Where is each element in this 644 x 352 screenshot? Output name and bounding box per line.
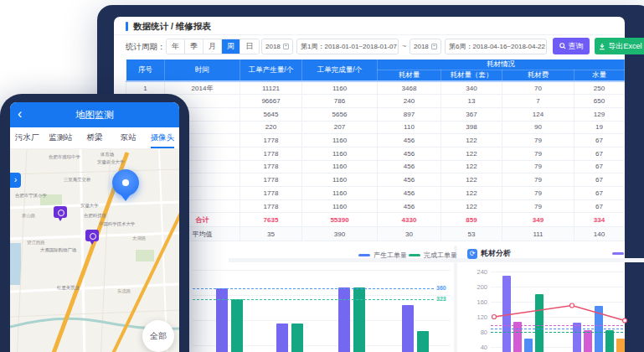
period-option-日[interactable]: 日 (240, 39, 259, 54)
table-cell: 140 (574, 227, 625, 241)
search-button[interactable]: 查询 (553, 38, 590, 54)
table-cell: 67 (574, 160, 625, 173)
calendar-icon (431, 44, 437, 49)
bar-完成工单量 (231, 299, 243, 352)
table-cell: 122 (441, 187, 502, 200)
breadcrumb-accent-bar (126, 22, 128, 31)
right-chart-legend-marker (612, 252, 624, 255)
table-cell: 11121 (240, 81, 302, 95)
table-cell: 122 (441, 147, 502, 160)
annotation-value: 323 (436, 296, 446, 302)
table-cell: 1778 (240, 147, 302, 160)
map-view[interactable]: 体育场安徽农业大学合肥市琥珀中学三里庵立交桥合肥市宁溪小学安徽大学合肥科技馆中国… (10, 149, 179, 352)
table-cell: 4330 (378, 213, 441, 227)
phone-tab-桥梁[interactable]: 桥梁 (78, 127, 111, 148)
phone-title: 地图监测 (10, 109, 179, 122)
table-average-row: 平均值353903053111140 (126, 227, 625, 241)
period-option-年[interactable]: 年 (167, 39, 185, 54)
table-cell: 1778 (240, 160, 302, 173)
period-option-季[interactable]: 季 (185, 39, 204, 54)
map-label: 东流路 (117, 288, 131, 295)
col-header-consumable-sets: 耗材量（套） (441, 70, 502, 82)
table-cell: 650 (574, 95, 625, 108)
col-header-water: 水量 (574, 70, 625, 82)
table-cell: 1160 (302, 187, 378, 200)
table-cell: 456 (378, 187, 441, 200)
phone-tab-监测站[interactable]: 监测站 (44, 127, 77, 148)
week-start-input[interactable]: 第1周：2018-01-01~2018-01-07 (296, 39, 399, 54)
consumable-bar (524, 339, 533, 352)
map-label: 体育场 (100, 152, 114, 158)
map-label: 安徽农业大学 (97, 159, 124, 166)
year-end-select[interactable]: 2018 (410, 39, 441, 54)
y-axis-tick: 120 (471, 313, 487, 321)
consumable-bar (535, 294, 544, 352)
table-cell: 250 (574, 81, 625, 95)
map-all-button[interactable]: 全部 (142, 320, 174, 352)
table-cell: 2014年 (165, 81, 240, 95)
camera-pin[interactable] (85, 230, 99, 241)
y-axis-tick: 240 (471, 268, 487, 276)
annotation-value: 360 (436, 285, 446, 291)
legend-label-completed: 完成工单量 (424, 251, 457, 260)
map-expander-button[interactable]: › (10, 173, 21, 188)
bar-产生工单量 (402, 305, 414, 352)
phone-tab-泵站[interactable]: 泵站 (111, 127, 145, 148)
table-cell: 5656 (302, 107, 378, 121)
search-icon (559, 43, 566, 49)
period-option-月[interactable]: 月 (204, 39, 222, 54)
col-header-index: 序号 (126, 60, 165, 82)
map-label: 合肥市宁溪小学 (15, 193, 47, 199)
col-header-completed: 工单完成量/个 (302, 60, 378, 82)
year-start-value: 2018 (265, 43, 281, 50)
table-cell: 367 (441, 107, 502, 121)
map-label: 合肥市琥珀中学 (49, 154, 80, 161)
table-row: 10177811604561227967 (126, 199, 625, 213)
selected-location-pin[interactable] (112, 169, 139, 196)
right-chart-title: 耗材分析 (481, 248, 511, 259)
table-cell: 207 (302, 121, 378, 134)
right-chart-header: ⟳ 耗材分析 (467, 248, 511, 259)
bar-完成工单量 (291, 324, 303, 352)
table-row: 356455656897367124129 (126, 107, 625, 121)
week-end-input[interactable]: 第6周：2018-04-16~2018-04-22 (445, 39, 547, 54)
phone-tab-污水厂[interactable]: 污水厂 (10, 127, 44, 148)
col-group-consumables: 耗材情况 (378, 60, 625, 70)
table-cell: 456 (378, 160, 441, 173)
year-start-select[interactable]: 2018 (261, 39, 293, 54)
table-cell: 124 (502, 107, 574, 121)
y-axis-tick: 80 (471, 329, 487, 336)
table-row: 12014年111211160346834070250 (126, 81, 625, 95)
table-cell: 67 (574, 187, 625, 200)
consumable-bar (616, 339, 625, 352)
table-header: 序号 时间 工单产生量/个 工单完成量/个 耗材情况 耗材量 耗材量（套） 耗材… (126, 60, 625, 82)
breadcrumb-text: 数据统计 / 维修报表 (133, 21, 211, 33)
table-cell: 7 (502, 95, 574, 108)
phone-tab-摄像头[interactable]: 摄像头 (146, 127, 179, 148)
table-cell: 390 (302, 227, 378, 241)
phone-tab-bar: 污水厂监测站桥梁泵站摄像头 (10, 127, 179, 149)
legend-line-created (358, 254, 370, 256)
table-cell: 67 (574, 147, 625, 160)
table-cell: 220 (240, 121, 302, 134)
table-cell: 7635 (240, 213, 302, 227)
table-cell: 340 (441, 81, 502, 95)
table-cell: 13 (441, 95, 502, 108)
download-icon (599, 43, 605, 50)
table-cell: 79 (502, 134, 574, 148)
camera-pin[interactable] (54, 206, 67, 218)
table-cell: 1778 (240, 173, 302, 187)
table-cell: 786 (302, 95, 378, 108)
export-excel-button[interactable]: 导出Excel (595, 38, 644, 54)
table-cell: 110 (378, 121, 441, 134)
annotation-line (193, 288, 434, 289)
consumable-bar (502, 276, 511, 352)
table-cell: 897 (378, 107, 441, 121)
table-cell: 1160 (302, 199, 378, 213)
col-header-consumable-qty: 耗材量 (378, 70, 441, 82)
table-cell: 122 (441, 199, 502, 213)
period-option-周[interactable]: 周 (222, 39, 240, 54)
table-row: 9177811604561227967 (126, 187, 625, 200)
chart-divider (454, 246, 457, 352)
map-label: 三里庵立交桥 (64, 177, 90, 184)
